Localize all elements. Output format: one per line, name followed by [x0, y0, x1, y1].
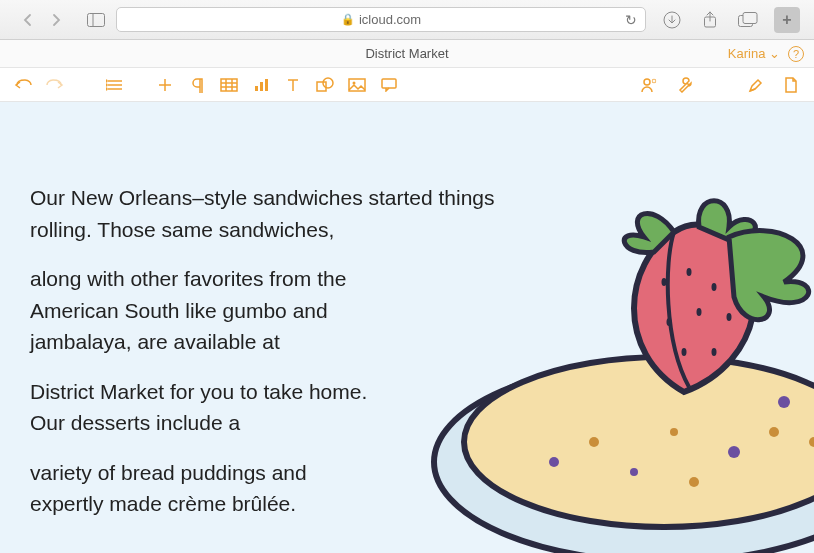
svg-rect-0	[88, 13, 105, 26]
svg-point-49	[727, 313, 732, 321]
document-panel-button[interactable]	[778, 72, 804, 98]
new-tab-button[interactable]: +	[774, 7, 800, 33]
chart-button[interactable]	[248, 72, 274, 98]
format-panel-button[interactable]	[742, 72, 768, 98]
svg-point-48	[697, 308, 702, 316]
forward-button[interactable]	[44, 8, 68, 32]
svg-point-9	[106, 80, 107, 82]
collaborate-button[interactable]	[636, 72, 662, 98]
app-toolbar	[0, 68, 814, 102]
media-button[interactable]	[344, 72, 370, 98]
redo-button[interactable]	[42, 72, 68, 98]
lock-icon: 🔒	[341, 13, 355, 26]
svg-point-51	[712, 348, 717, 356]
document-title: District Market	[365, 46, 448, 61]
svg-point-47	[667, 318, 672, 326]
svg-point-37	[689, 477, 699, 487]
svg-point-45	[687, 268, 692, 276]
svg-rect-19	[255, 86, 258, 91]
paragraph: District Market for you to take home. Ou…	[30, 376, 370, 439]
svg-point-10	[106, 84, 107, 86]
svg-point-41	[670, 428, 678, 436]
svg-rect-26	[349, 79, 365, 91]
dessert-illustration	[374, 142, 814, 553]
svg-rect-20	[260, 82, 263, 91]
svg-rect-28	[382, 79, 396, 88]
tabs-icon[interactable]	[736, 8, 760, 32]
svg-point-50	[682, 348, 687, 356]
paragraph-style-button[interactable]	[184, 72, 210, 98]
svg-rect-21	[265, 79, 268, 91]
user-menu[interactable]: Karina ⌄	[728, 46, 780, 61]
shape-button[interactable]	[312, 72, 338, 98]
svg-point-25	[323, 78, 333, 88]
tools-button[interactable]	[672, 72, 698, 98]
undo-button[interactable]	[10, 72, 36, 98]
document-canvas[interactable]: Our New Orleans–style sandwiches started…	[0, 102, 814, 553]
url-host: icloud.com	[359, 12, 421, 27]
svg-point-36	[630, 468, 638, 476]
comment-button[interactable]	[376, 72, 402, 98]
svg-point-42	[778, 396, 790, 408]
address-bar[interactable]: 🔒 icloud.com ↻	[116, 7, 646, 32]
svg-point-40	[549, 457, 559, 467]
svg-rect-14	[221, 79, 237, 91]
svg-rect-5	[743, 12, 757, 23]
paragraph: variety of bread puddings and expertly m…	[30, 457, 370, 520]
add-page-button[interactable]	[152, 72, 178, 98]
svg-point-39	[769, 427, 779, 437]
svg-point-34	[464, 357, 814, 527]
svg-point-35	[589, 437, 599, 447]
back-button[interactable]	[16, 8, 40, 32]
sidebar-icon[interactable]	[84, 8, 108, 32]
text-box-button[interactable]	[280, 72, 306, 98]
share-icon[interactable]	[698, 8, 722, 32]
paragraph: along with other favorites from the Amer…	[30, 263, 410, 358]
document-title-bar: District Market Karina ⌄ ?	[0, 40, 814, 68]
help-icon[interactable]: ?	[788, 46, 804, 62]
view-options-button[interactable]	[102, 72, 128, 98]
svg-point-29	[644, 79, 650, 85]
chevron-down-icon: ⌄	[769, 46, 780, 61]
svg-point-11	[106, 88, 107, 90]
svg-point-38	[728, 446, 740, 458]
svg-point-44	[662, 278, 667, 286]
svg-point-46	[712, 283, 717, 291]
downloads-icon[interactable]	[660, 8, 684, 32]
table-button[interactable]	[216, 72, 242, 98]
browser-toolbar: 🔒 icloud.com ↻ +	[0, 0, 814, 40]
reload-icon[interactable]: ↻	[625, 12, 637, 28]
